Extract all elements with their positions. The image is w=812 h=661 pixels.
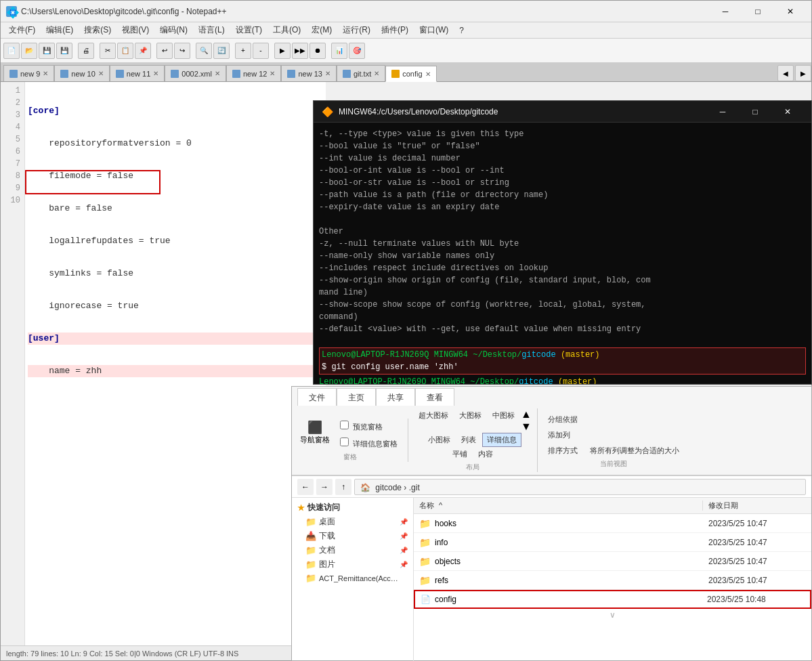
up-btn[interactable]: ↑ <box>335 479 351 495</box>
tab-0002xml[interactable]: 0002.xml ✕ <box>165 65 226 81</box>
menu-search[interactable]: 搜索(S) <box>79 23 116 37</box>
large-icon-btn[interactable]: 大图标 <box>454 408 486 433</box>
menu-edit[interactable]: 编辑(E) <box>41 23 79 37</box>
copy-button[interactable]: 📋 <box>117 43 133 59</box>
menu-view[interactable]: 视图(V) <box>116 23 154 37</box>
col-date-header[interactable]: 修改日期 <box>703 500 811 511</box>
ribbon-pane-section: ⬛ 导航窗格 预览窗格 详细信息窗格 窗格 <box>297 419 408 462</box>
menu-encoding[interactable]: 编码(N) <box>154 23 193 37</box>
medium-icon-btn[interactable]: 中图标 <box>488 408 519 433</box>
details-btn[interactable]: 详细信息 <box>482 433 521 447</box>
exp-tab-share[interactable]: 共享 <box>376 388 415 406</box>
file-row-config[interactable]: 📄 config 2023/5/25 10:48 <box>414 590 811 609</box>
terminal-minimize[interactable]: ─ <box>707 101 738 123</box>
new-file-button[interactable]: 📄 <box>3 43 20 59</box>
add-col-btn[interactable]: 添加列 <box>543 428 684 442</box>
menu-language[interactable]: 语言(L) <box>193 23 230 37</box>
run-button[interactable]: ▶ <box>274 43 291 59</box>
terminal-close[interactable]: ✕ <box>772 101 803 123</box>
run2-button[interactable]: ▶▶ <box>292 43 308 59</box>
tab-close-new13[interactable]: ✕ <box>325 70 330 77</box>
details-pane-btn[interactable]: 详细信息窗格 <box>335 435 402 451</box>
tab-close-config[interactable]: ✕ <box>425 70 431 78</box>
sidebar-item-documents[interactable]: 📁 文档 📌 <box>295 543 410 557</box>
editor-area[interactable]: 1 2 3 4 5 6 7 8 9 10 [core] repositoryfo… <box>1 82 326 660</box>
tab-new11[interactable]: new 11 ✕ <box>110 65 165 81</box>
tab-close-new9[interactable]: ✕ <box>43 70 48 77</box>
code-content[interactable]: [core] repositoryformatversion = 0 filem… <box>25 82 326 660</box>
undo-button[interactable]: ↩ <box>156 43 173 59</box>
zoom-out-button[interactable]: - <box>253 43 269 59</box>
preview-pane-btn[interactable]: 预览窗格 <box>335 419 402 434</box>
menu-file[interactable]: 文件(F) <box>3 23 41 37</box>
sidebar-item-desktop[interactable]: 📁 桌面 📌 <box>295 515 410 529</box>
extra-btn2[interactable]: 🎯 <box>349 43 365 59</box>
paste-button[interactable]: 📌 <box>135 43 151 59</box>
resize-cols-btn[interactable]: 将所有列调整为合适的大小 <box>585 444 684 458</box>
zoom-in-button[interactable]: + <box>235 43 251 59</box>
tab-close-0002xml[interactable]: ✕ <box>215 70 220 77</box>
very-large-icon-btn[interactable]: 超大图标 <box>414 408 453 433</box>
tab-close-gittxt[interactable]: ✕ <box>374 70 379 77</box>
list-btn[interactable]: 列表 <box>456 433 481 447</box>
redo-button[interactable]: ↪ <box>174 43 190 59</box>
terminal-body[interactable]: -t, --type <type> value is given this ty… <box>314 123 811 384</box>
address-path[interactable]: 🏠 gitcode › .git <box>354 479 806 495</box>
layout-scroll[interactable]: ▲▼ <box>521 408 532 433</box>
tab-new12[interactable]: new 12 ✕ <box>226 65 281 81</box>
tab-new9[interactable]: new 9 ✕ <box>3 65 54 81</box>
menu-tools[interactable]: 工具(O) <box>268 23 306 37</box>
extra-btn1[interactable]: 📊 <box>331 43 347 59</box>
menu-macro[interactable]: 宏(M) <box>306 23 337 37</box>
tab-close-new11[interactable]: ✕ <box>153 70 158 77</box>
cut-button[interactable]: ✂ <box>100 43 116 59</box>
tab-scroll-right[interactable]: ▶ <box>795 65 811 81</box>
sidebar-item-pictures[interactable]: 📁 图片 📌 <box>295 557 410 572</box>
sort-by-btn[interactable]: 分组依据 <box>543 412 684 427</box>
preview-pane-checkbox[interactable] <box>340 421 349 429</box>
tab-config[interactable]: config ✕ <box>385 66 436 82</box>
term-line-other: Other <box>319 226 806 238</box>
exp-tab-view[interactable]: 查看 <box>415 388 454 406</box>
menu-plugins[interactable]: 插件(P) <box>376 23 414 37</box>
content-btn[interactable]: 内容 <box>473 447 498 461</box>
menu-window[interactable]: 窗口(W) <box>414 23 454 37</box>
exp-tab-home[interactable]: 主页 <box>337 388 376 406</box>
close-button[interactable]: ✕ <box>775 1 806 22</box>
exp-tab-file[interactable]: 文件 <box>297 388 337 406</box>
minimize-button[interactable]: ─ <box>710 1 741 22</box>
nav-pane-btn[interactable]: ⬛ 导航窗格 <box>297 419 333 451</box>
sidebar-item-act[interactable]: 📁 ACT_Remittance(Account <box>295 572 410 584</box>
col-name-header[interactable]: 名称 ^ <box>414 500 703 511</box>
tab-new10[interactable]: new 10 ✕ <box>54 65 109 81</box>
sort-order-btn[interactable]: 排序方式 <box>543 444 582 458</box>
open-button[interactable]: 📂 <box>21 43 37 59</box>
tile-btn[interactable]: 平铺 <box>448 447 472 461</box>
replace-button[interactable]: 🔄 <box>213 43 230 59</box>
quick-access-header[interactable]: ★ 快速访问 <box>295 500 410 515</box>
tab-gittxt[interactable]: git.txt ✕ <box>337 65 385 81</box>
menu-settings[interactable]: 设置(T) <box>230 23 268 37</box>
save-all-button[interactable]: 💾 <box>56 43 72 59</box>
menu-help[interactable]: ? <box>454 24 469 37</box>
details-pane-checkbox[interactable] <box>340 438 349 446</box>
file-row-objects[interactable]: 📁 objects 2023/5/25 10:47 <box>414 552 811 571</box>
find-button[interactable]: 🔍 <box>196 43 212 59</box>
save-button[interactable]: 💾 <box>39 43 55 59</box>
file-row-hooks[interactable]: 📁 hooks 2023/5/25 10:47 <box>414 514 811 533</box>
tab-close-new10[interactable]: ✕ <box>98 70 104 77</box>
terminal-maximize[interactable]: □ <box>740 101 771 123</box>
small-icon-btn[interactable]: 小图标 <box>423 433 455 447</box>
sidebar-item-downloads[interactable]: 📥 下载 📌 <box>295 529 410 543</box>
forward-btn[interactable]: → <box>316 479 333 495</box>
tab-close-new12[interactable]: ✕ <box>270 70 275 77</box>
menu-run[interactable]: 运行(R) <box>337 23 376 37</box>
tab-scroll-left[interactable]: ◀ <box>777 65 794 81</box>
print-button[interactable]: 🖨 <box>78 43 94 59</box>
maximize-button[interactable]: □ <box>742 1 773 22</box>
file-row-refs[interactable]: 📁 refs 2023/5/25 10:47 <box>414 571 811 590</box>
back-btn[interactable]: ← <box>297 479 314 495</box>
record-button[interactable]: ⏺ <box>309 43 326 59</box>
file-row-info[interactable]: 📁 info 2023/5/25 10:47 <box>414 533 811 552</box>
tab-new13[interactable]: new 13 ✕ <box>281 65 336 81</box>
